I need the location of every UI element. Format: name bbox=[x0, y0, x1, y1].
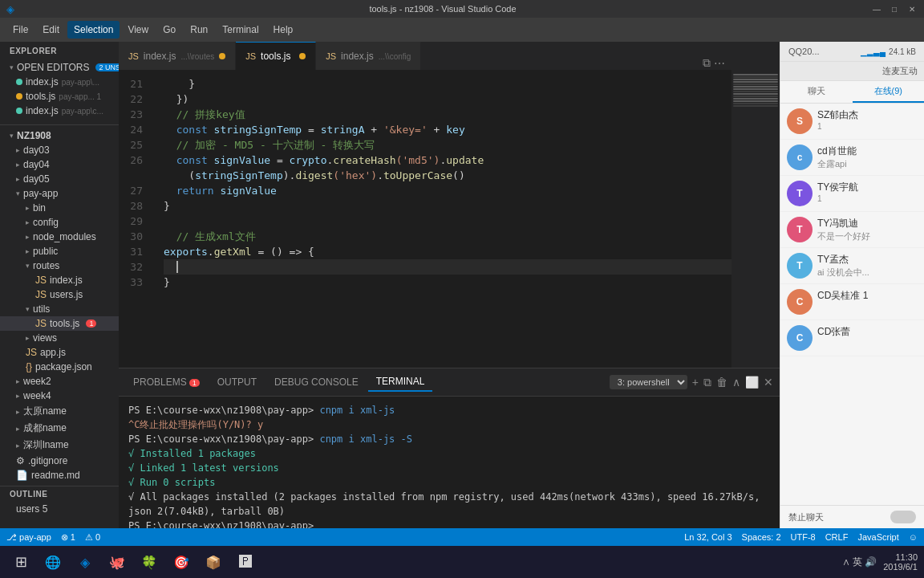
restore-panel-button[interactable]: ⬜ bbox=[745, 376, 759, 389]
code-editor[interactable]: } }) // 拼接key值 const stringSignTemp = st… bbox=[151, 70, 732, 368]
folder-pay-app[interactable]: ▾ pay-app bbox=[0, 186, 119, 201]
tab-debug-console[interactable]: DEBUG CONSOLE bbox=[266, 373, 367, 391]
folder-week4[interactable]: ▸ week4 bbox=[0, 389, 119, 403]
folder-views[interactable]: ▸ views bbox=[0, 331, 119, 345]
add-terminal-button[interactable]: + bbox=[692, 376, 699, 389]
tab-index-config[interactable]: JS index.js ...\\config bbox=[316, 42, 421, 70]
tab-label: index.js bbox=[144, 51, 176, 62]
file-readme[interactable]: 📄 readme.md bbox=[0, 468, 119, 482]
app7-button[interactable]: 🅿 bbox=[231, 547, 260, 576]
code-line-27: return signValue bbox=[164, 183, 732, 198]
close-button[interactable]: ✕ bbox=[906, 3, 918, 14]
minimize-button[interactable]: — bbox=[871, 3, 882, 14]
git-button[interactable]: 🐙 bbox=[103, 547, 132, 576]
maximize-panel-button[interactable]: ∧ bbox=[732, 376, 740, 389]
trash-terminal-button[interactable]: 🗑 bbox=[716, 376, 727, 389]
menu-help[interactable]: Help bbox=[267, 21, 300, 39]
chat-tab-online[interactable]: 在线(9) bbox=[853, 81, 925, 103]
user-name: cd肖世能 bbox=[817, 144, 918, 158]
folder-shenzhen[interactable]: ▸ 深圳lname bbox=[0, 437, 119, 454]
file-icon: {} bbox=[26, 361, 32, 372]
folder-routes[interactable]: ▾ routes bbox=[0, 258, 119, 273]
open-editor-index-config[interactable]: index.js pay-app\c... bbox=[0, 104, 119, 118]
git-branch[interactable]: ⎇ pay-app bbox=[6, 532, 51, 543]
close-panel-button[interactable]: ✕ bbox=[764, 376, 773, 389]
feedback-icon[interactable]: ☺ bbox=[909, 532, 918, 542]
app6-button[interactable]: 📦 bbox=[199, 547, 228, 576]
file-app-js[interactable]: JS app.js bbox=[0, 345, 119, 360]
folder-config[interactable]: ▸ config bbox=[0, 215, 119, 230]
file-package-json[interactable]: {} package.json bbox=[0, 360, 119, 374]
cursor-position[interactable]: Ln 32, Col 3 bbox=[684, 532, 732, 542]
file-users[interactable]: JS users.js bbox=[0, 287, 119, 302]
open-editor-tools[interactable]: tools.js pay-app... 1 bbox=[0, 89, 119, 104]
more-actions-button[interactable]: ⋯ bbox=[714, 57, 725, 70]
file-tools-active[interactable]: JS tools.js 1 bbox=[0, 316, 119, 331]
file-path: pay-app\c... bbox=[62, 107, 103, 116]
folder-day04[interactable]: ▸ day04 bbox=[0, 157, 119, 172]
start-button[interactable]: ⊞ bbox=[6, 547, 35, 576]
chat-item[interactable]: T TY冯凯迪 不是一个好好 bbox=[780, 212, 924, 248]
menu-view[interactable]: View bbox=[121, 21, 155, 39]
file-gitignore[interactable]: ⚙ .gitignore bbox=[0, 454, 119, 468]
split-editor-button[interactable]: ⧉ bbox=[703, 56, 711, 70]
folder-public[interactable]: ▸ public bbox=[0, 244, 119, 258]
errors-status[interactable]: ⊗ 1 bbox=[61, 532, 75, 543]
open-editors-label: OPEN EDITORS bbox=[17, 62, 89, 73]
open-editor-index-routes[interactable]: index.js pay-app\... bbox=[0, 75, 119, 89]
folder-chengdu[interactable]: ▸ 成都name bbox=[0, 420, 119, 437]
maximize-button[interactable]: □ bbox=[889, 3, 900, 14]
tab-path: ...\\routes bbox=[181, 52, 215, 61]
folder-utils[interactable]: ▾ utils bbox=[0, 302, 119, 316]
tab-output[interactable]: OUTPUT bbox=[209, 373, 265, 391]
vscode-taskbar-button[interactable]: ◈ bbox=[71, 547, 99, 576]
chat-item[interactable]: C CD吴桂准 1 bbox=[780, 284, 924, 320]
user-name: TY冯凯迪 bbox=[817, 217, 918, 230]
open-editors-header[interactable]: ▾ OPEN EDITORS 2 UNSAVED bbox=[0, 60, 119, 75]
folder-node-modules[interactable]: ▸ node_modules bbox=[0, 230, 119, 244]
toggle-button[interactable] bbox=[890, 511, 916, 523]
folder-day03[interactable]: ▸ day03 bbox=[0, 143, 119, 157]
file-label: .gitignore bbox=[28, 455, 67, 466]
outline-users[interactable]: users 5 bbox=[0, 502, 119, 516]
chrome-button[interactable]: 🌐 bbox=[38, 547, 67, 576]
chat-item[interactable]: S SZ郁由杰 1 bbox=[780, 104, 924, 140]
menu-terminal[interactable]: Terminal bbox=[216, 21, 265, 39]
menu-selection[interactable]: Selection bbox=[67, 21, 120, 39]
chat-item[interactable]: C CD张蕾 bbox=[780, 320, 924, 356]
file-index-routes[interactable]: JS index.js bbox=[0, 273, 119, 287]
language-mode[interactable]: JavaScript bbox=[857, 532, 898, 542]
folder-week2[interactable]: ▸ week2 bbox=[0, 374, 119, 389]
problems-badge: 1 bbox=[189, 379, 200, 387]
spaces[interactable]: Spaces: 2 bbox=[742, 532, 781, 542]
chat-item[interactable]: c cd肖世能 全露api bbox=[780, 140, 924, 176]
menu-run[interactable]: Run bbox=[184, 21, 214, 39]
chat-item[interactable]: T TY侯宇航 1 bbox=[780, 176, 924, 212]
menu-file[interactable]: File bbox=[6, 21, 34, 39]
tab-index-routes[interactable]: JS index.js ...\\routes bbox=[119, 42, 236, 70]
folder-bin[interactable]: ▸ bin bbox=[0, 201, 119, 215]
tab-problems[interactable]: PROBLEMS1 bbox=[125, 373, 208, 391]
window-title: tools.js - nz1908 - Visual Studio Code bbox=[369, 4, 516, 14]
tab-terminal[interactable]: TERMINAL bbox=[368, 372, 433, 392]
terminal-content[interactable]: PS E:\course-wxx\nz1908\pay-app> cnpm i … bbox=[119, 397, 780, 528]
folder-day05[interactable]: ▸ day05 bbox=[0, 172, 119, 186]
folder-taiyuan[interactable]: ▸ 太原name bbox=[0, 403, 119, 420]
app4-button[interactable]: 🍀 bbox=[135, 547, 164, 576]
user-num: 1 bbox=[817, 194, 918, 203]
terminal-line: PS E:\course-wxx\nz1908\pay-app> bbox=[128, 519, 770, 528]
root-folder[interactable]: ▾ NZ1908 bbox=[0, 128, 119, 143]
terminal-line: √ All packages installed (2 packages ins… bbox=[128, 490, 770, 519]
chat-tab-chat[interactable]: 聊天 bbox=[780, 81, 853, 103]
menu-edit[interactable]: Edit bbox=[36, 21, 66, 39]
encoding[interactable]: UTF-8 bbox=[791, 532, 816, 542]
code-line-32 bbox=[164, 259, 732, 275]
split-terminal-button[interactable]: ⧉ bbox=[703, 376, 711, 389]
app5-button[interactable]: 🎯 bbox=[167, 547, 196, 576]
terminal-selector[interactable]: 3: powershell bbox=[610, 375, 687, 389]
chat-item[interactable]: T TY孟杰 ai 没机会中... bbox=[780, 248, 924, 284]
warnings-status[interactable]: ⚠ 0 bbox=[85, 532, 100, 543]
eol[interactable]: CRLF bbox=[825, 532, 849, 542]
tab-tools-js[interactable]: JS tools.js bbox=[236, 42, 316, 70]
menu-go[interactable]: Go bbox=[156, 21, 182, 39]
